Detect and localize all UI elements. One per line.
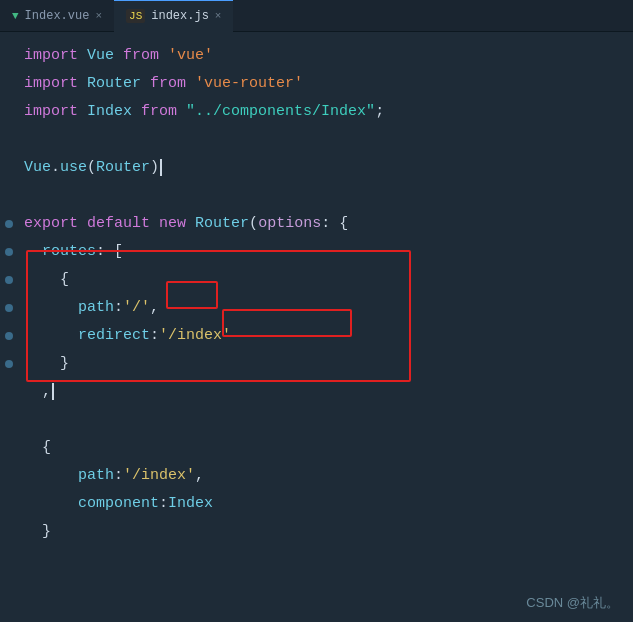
path-value-highlight-box [166,281,218,309]
line-content-2: import Router from 'vue-router' [18,71,303,97]
watermark: CSDN @礼礼。 [526,594,619,612]
tab-index-js[interactable]: JS index.js × [114,0,233,32]
line-content-16: path:'/index', [18,463,204,489]
tab-index-vue[interactable]: ▼ Index.vue × [0,0,114,32]
code-line-5: Vue.use(Router) [0,154,633,182]
tab-close-js[interactable]: × [215,10,222,22]
code-line-4 [0,126,633,154]
line-content-6 [18,183,33,209]
gutter-7 [0,220,18,228]
code-line-18: } [0,518,633,546]
code-line-16: path:'/index', [0,462,633,490]
tab-label-vue: Index.vue [25,9,90,23]
line-content-18: } [18,519,51,545]
line-content-4 [18,127,33,153]
code-line-1: import Vue from 'vue' [0,42,633,70]
gutter-12 [0,360,18,368]
code-line-14 [0,406,633,434]
gutter-10 [0,304,18,312]
js-icon: JS [126,9,145,23]
code-line-17: component:Index [0,490,633,518]
code-line-6 [0,182,633,210]
tab-label-js: index.js [151,9,209,23]
redirect-value-highlight-box [222,309,352,337]
line-content-14 [18,407,33,433]
tab-close-vue[interactable]: × [95,10,102,22]
gutter-11 [0,332,18,340]
code-line-13: , [0,378,633,406]
tab-bar: ▼ Index.vue × JS index.js × [0,0,633,32]
line-content-15: { [18,435,51,461]
code-line-15: { [0,434,633,462]
outer-highlight-box [26,250,411,382]
code-line-7: export default new Router(options: { [0,210,633,238]
line-content-3: import Index from "../components/Index"; [18,99,384,125]
line-content-5: Vue.use(Router) [18,155,162,181]
line-content-17: component:Index [18,491,213,517]
code-area: import Vue from 'vue' import Router from… [0,32,633,622]
vue-icon: ▼ [12,10,19,22]
gutter-9 [0,276,18,284]
line-content-1: import Vue from 'vue' [18,43,213,69]
code-line-3: import Index from "../components/Index"; [0,98,633,126]
code-line-2: import Router from 'vue-router' [0,70,633,98]
line-content-7: export default new Router(options: { [18,211,348,237]
line-content-13: , [18,379,54,405]
gutter-8 [0,248,18,256]
